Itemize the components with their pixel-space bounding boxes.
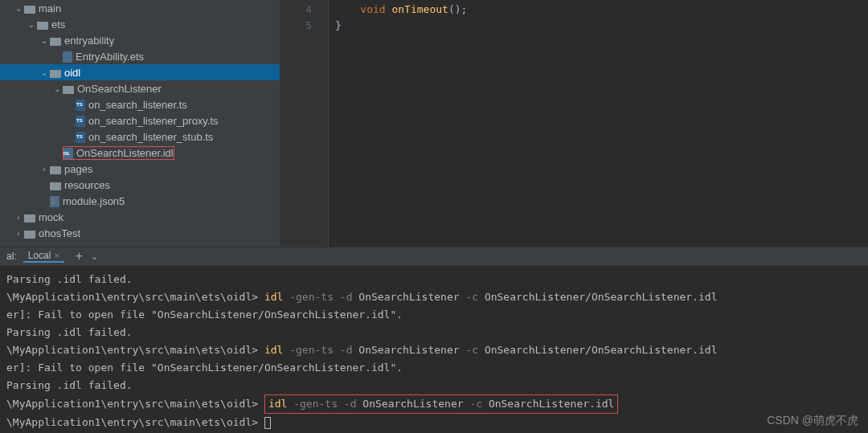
tree-label: ohosTest	[39, 227, 80, 239]
terminal-cursor	[264, 417, 271, 429]
folder-icon	[37, 22, 48, 30]
tree-pages[interactable]: ›pages	[0, 161, 280, 177]
folder-icon	[50, 70, 61, 78]
tree-label: entryability	[64, 35, 114, 47]
tree-stub-ts[interactable]: on_search_listener_stub.ts	[0, 129, 280, 145]
folder-icon	[50, 38, 61, 46]
chevron-down-icon: ⌄	[39, 36, 50, 45]
watermark: CSDN @萌虎不虎	[767, 414, 858, 428]
code-editor[interactable]: 4 5 void onTimeout(); }	[280, 0, 868, 247]
ts-file-icon	[76, 100, 85, 111]
method-name: onTimeout	[391, 3, 448, 15]
terminal-line: \MyApplication1\entry\src\main\ets\oidl>	[6, 414, 862, 431]
terminal-line: \MyApplication1\entry\src\main\ets\oidl>…	[6, 288, 862, 306]
folder-icon	[50, 182, 61, 190]
line-number: 4	[280, 2, 312, 18]
tree-label: on_search_listener_stub.ts	[88, 131, 213, 143]
terminal-line: \MyApplication1\entry\src\main\ets\oidl>…	[6, 394, 862, 414]
parens: ();	[448, 3, 467, 15]
tree-mock[interactable]: ›mock	[0, 209, 280, 225]
chevron-down-icon: ⌄	[39, 68, 50, 77]
terminal-line: er]: Fail to open file "OnSearchListener…	[6, 306, 862, 324]
chevron-down-icon: ⌄	[13, 4, 24, 13]
tree-onsearchlistener[interactable]: ⌄OnSearchListener	[0, 80, 280, 96]
tree-label: module.json5	[63, 195, 125, 207]
chevron-down-icon: ⌄	[26, 20, 37, 29]
ts-file-icon	[76, 132, 85, 143]
keyword: void	[360, 3, 385, 15]
tree-module-json[interactable]: ›module.json5	[0, 193, 280, 209]
tree-label: OnSearchListener.idl	[76, 147, 174, 159]
line-numbers: 4 5	[280, 0, 329, 247]
project-tree[interactable]: ⌄main ⌄ets ⌄entryability EntryAbility.et…	[0, 0, 280, 247]
tree-label: pages	[64, 163, 92, 175]
code-area[interactable]: void onTimeout(); }	[329, 0, 868, 247]
ts-file-icon	[76, 116, 85, 127]
tree-resources[interactable]: ›resources	[0, 177, 280, 193]
terminal-tab-bar[interactable]: al: Local× + ⌄	[0, 247, 868, 266]
chevron-right-icon: ›	[13, 213, 24, 222]
idl-file-icon	[63, 148, 73, 159]
tree-main[interactable]: ⌄main	[0, 0, 280, 16]
close-icon[interactable]: ×	[54, 251, 59, 260]
tree-oidl[interactable]: ⌄oidl	[0, 64, 280, 80]
tree-label: OnSearchListener	[77, 83, 162, 95]
terminal-output[interactable]: Parsing .idl failed. \MyApplication1\ent…	[0, 266, 868, 433]
terminal-line: Parsing .idl failed.	[6, 324, 862, 341]
tree-label: oidl	[64, 67, 80, 79]
dropdown-icon[interactable]: ⌄	[91, 251, 98, 262]
tree-label: resources	[64, 179, 110, 191]
tree-ohostest[interactable]: ›ohosTest	[0, 225, 280, 241]
tree-proxy-ts[interactable]: on_search_listener_proxy.ts	[0, 112, 280, 129]
chevron-right-icon: ›	[39, 165, 50, 174]
json-file-icon	[50, 196, 59, 207]
folder-icon	[63, 86, 74, 94]
tree-label: EntryAbility.ets	[76, 51, 144, 63]
folder-icon	[50, 166, 61, 174]
tree-idl-file[interactable]: OnSearchListener.idl	[0, 145, 280, 161]
terminal-line: er]: Fail to open file "OnSearchListener…	[6, 359, 862, 377]
terminal-line: Parsing .idl failed.	[6, 377, 862, 394]
tree-ets[interactable]: ⌄ets	[0, 16, 280, 32]
tree-label: mock	[39, 211, 63, 223]
tree-entryability-file[interactable]: EntryAbility.ets	[0, 48, 280, 64]
line-number: 5	[280, 18, 312, 34]
close-brace: }	[335, 19, 342, 31]
folder-icon	[24, 6, 35, 14]
tree-label: on_search_listener.ts	[88, 99, 187, 111]
chevron-down-icon: ⌄	[51, 84, 63, 93]
tree-listener-ts[interactable]: on_search_listener.ts	[0, 96, 280, 112]
terminal-tab-local[interactable]: Local×	[23, 250, 64, 263]
folder-icon	[24, 214, 35, 223]
tree-label: ets	[51, 18, 65, 31]
add-terminal-button[interactable]: +	[76, 249, 83, 263]
terminal-prefix: al:	[6, 251, 17, 262]
tree-label: main	[39, 2, 61, 14]
folder-icon	[24, 231, 35, 239]
terminal-line: Parsing .idl failed.	[6, 271, 862, 288]
terminal-line: \MyApplication1\entry\src\main\ets\oidl>…	[6, 341, 862, 359]
tree-label: on_search_listener_proxy.ts	[88, 115, 219, 127]
tree-entryability[interactable]: ⌄entryability	[0, 32, 280, 48]
ets-file-icon	[63, 51, 72, 63]
chevron-right-icon: ›	[13, 229, 24, 238]
